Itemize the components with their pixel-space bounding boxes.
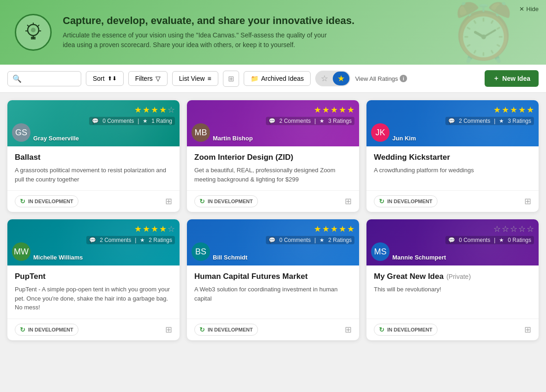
new-idea-label: New Idea bbox=[502, 75, 530, 82]
idea-card[interactable]: BS Bill Schmidt ★★★★★ 💬 0 Comments | ★ 2… bbox=[187, 219, 359, 340]
sort-button[interactable]: Sort ⬆⬇ bbox=[86, 71, 124, 86]
status-icon: ↻ bbox=[379, 198, 384, 205]
status-icon: ↻ bbox=[199, 198, 205, 205]
card-body: Wedding Kickstarter A crowdfunding platf… bbox=[366, 146, 539, 190]
idea-card[interactable]: MB Martin Bishop ★★★★★ 💬 2 Comments | ★ … bbox=[187, 100, 359, 212]
card-stats: 💬 2 Comments | ★ 3 Ratings bbox=[445, 117, 534, 125]
card-title: My Great New Idea(Private) bbox=[374, 272, 531, 281]
card-meta: ★★★★★ 💬 2 Comments | ★ 3 Ratings bbox=[445, 105, 534, 125]
comments-count: 0 Comments bbox=[102, 118, 134, 124]
card-meta: ★★★★☆ 💬 2 Comments | ★ 2 Ratings bbox=[86, 224, 175, 244]
sort-icon: ⬆⬇ bbox=[108, 75, 117, 82]
idea-card[interactable]: MS Mannie Schumpert ☆☆☆☆☆ 💬 0 Comments |… bbox=[366, 219, 539, 340]
private-badge: (Private) bbox=[446, 273, 471, 280]
idea-card[interactable]: JK Jun Kim ★★★★★ 💬 2 Comments | ★ 3 Rati… bbox=[366, 100, 539, 212]
comment-icon: 💬 bbox=[269, 237, 276, 243]
view-all-ratings-label: View All Ratings bbox=[355, 75, 398, 82]
search-wrap[interactable]: 🔍 bbox=[7, 71, 81, 86]
card-action-icon[interactable]: ⊞ bbox=[165, 325, 172, 335]
hide-button[interactable]: ✕ Hide bbox=[519, 6, 539, 12]
new-idea-button[interactable]: ＋ New Idea bbox=[485, 70, 539, 87]
card-meta: ★★★★★ 💬 0 Comments | ★ 2 Ratings bbox=[266, 224, 354, 244]
star-icon-small: ★ bbox=[143, 118, 148, 124]
filter-icon: ▽ bbox=[156, 75, 161, 82]
archive-icon: 📁 bbox=[251, 75, 258, 82]
ratings-count: 3 Ratings bbox=[328, 118, 352, 124]
list-view-button[interactable]: List View ≡ bbox=[172, 71, 218, 86]
archived-label: Archived Ideas bbox=[261, 75, 304, 82]
card-stats: 💬 2 Comments | ★ 3 Ratings bbox=[266, 117, 354, 125]
view-all-ratings[interactable]: View All Ratings i bbox=[355, 75, 407, 82]
status-badge: ↻ IN DEVELOPMENT bbox=[374, 324, 438, 336]
ratings-count: 1 Rating bbox=[151, 118, 172, 124]
card-stats: 💬 0 Comments | ★ 0 Ratings bbox=[445, 236, 534, 244]
grid-icon: ⊞ bbox=[228, 75, 234, 83]
star-icon-small: ★ bbox=[499, 237, 504, 243]
separator: | bbox=[314, 237, 316, 243]
card-title: Human Capital Futures Market bbox=[194, 272, 352, 281]
card-body: Human Capital Futures Market A Web3 solu… bbox=[187, 265, 359, 319]
ratings-count: 0 Ratings bbox=[508, 237, 531, 243]
toggle-rating-option[interactable]: ★ bbox=[333, 72, 349, 85]
star-icon-small: ★ bbox=[319, 118, 324, 124]
idea-card[interactable]: MW Michelle Williams ★★★★☆ 💬 2 Comments … bbox=[7, 219, 180, 340]
card-stats: 💬 0 Comments | ★ 1 Rating bbox=[89, 117, 175, 125]
status-label: IN DEVELOPMENT bbox=[208, 327, 253, 332]
card-stats: 💬 2 Comments | ★ 2 Ratings bbox=[86, 236, 175, 244]
comment-icon: 💬 bbox=[448, 237, 455, 243]
status-label: IN DEVELOPMENT bbox=[387, 327, 432, 332]
comments-count: 2 Comments bbox=[459, 118, 490, 124]
comments-count: 0 Comments bbox=[459, 237, 490, 243]
star-icon-small: ★ bbox=[499, 118, 504, 124]
card-body: Zoom Interior Design (ZID) Get a beautif… bbox=[187, 146, 359, 190]
comments-count: 2 Comments bbox=[279, 118, 311, 124]
status-icon: ↻ bbox=[199, 326, 205, 333]
card-action-icon[interactable]: ⊞ bbox=[345, 196, 352, 206]
card-footer: ↻ IN DEVELOPMENT ⊞ bbox=[187, 190, 359, 212]
grid-icon-button[interactable]: ⊞ bbox=[223, 71, 239, 87]
card-body: My Great New Idea(Private) This will be … bbox=[366, 265, 539, 319]
card-footer: ↻ IN DEVELOPMENT ⊞ bbox=[187, 319, 359, 340]
toolbar: 🔍 Sort ⬆⬇ Filters ▽ List View ≡ ⊞ 📁 Arch… bbox=[0, 65, 546, 93]
status-badge: ↻ IN DEVELOPMENT bbox=[194, 324, 258, 336]
card-header: BS Bill Schmidt ★★★★★ 💬 0 Comments | ★ 2… bbox=[187, 219, 359, 265]
svg-line-5 bbox=[38, 25, 39, 26]
card-header: MW Michelle Williams ★★★★☆ 💬 2 Comments … bbox=[7, 219, 180, 265]
cards-grid: GS Gray Somerville ★★★★☆ 💬 0 Comments | … bbox=[0, 93, 546, 348]
banner-bg-decoration: ⏰ bbox=[449, 0, 518, 65]
toggle-star-option[interactable]: ☆ bbox=[316, 72, 333, 85]
archived-ideas-button[interactable]: 📁 Archived Ideas bbox=[244, 71, 311, 86]
card-action-icon[interactable]: ⊞ bbox=[524, 325, 531, 335]
comment-icon: 💬 bbox=[448, 118, 455, 124]
filters-button[interactable]: Filters ▽ bbox=[128, 71, 168, 86]
banner-title: Capture, develop, evaluate, and share yo… bbox=[63, 15, 354, 27]
card-header: GS Gray Somerville ★★★★☆ 💬 0 Comments | … bbox=[7, 100, 180, 146]
star-icon-small: ★ bbox=[319, 237, 324, 243]
card-stats: 💬 0 Comments | ★ 2 Ratings bbox=[266, 236, 354, 244]
card-title: PupTent bbox=[15, 272, 172, 281]
search-input[interactable] bbox=[24, 75, 80, 82]
separator: | bbox=[314, 118, 316, 124]
comments-count: 0 Comments bbox=[279, 237, 311, 243]
card-footer: ↻ IN DEVELOPMENT ⊞ bbox=[366, 190, 539, 212]
card-header: JK Jun Kim ★★★★★ 💬 2 Comments | ★ 3 Rati… bbox=[366, 100, 539, 146]
card-description: PupTent - A simple pop-open tent in whic… bbox=[15, 285, 172, 312]
svg-line-7 bbox=[27, 25, 29, 26]
card-footer: ↻ IN DEVELOPMENT ⊞ bbox=[366, 319, 539, 340]
ratings-count: 2 Ratings bbox=[149, 237, 172, 243]
rating-toggle[interactable]: ☆ ★ bbox=[315, 71, 350, 86]
separator: | bbox=[494, 237, 495, 243]
card-body: PupTent PupTent - A simple pop-open tent… bbox=[7, 265, 180, 319]
card-header: MB Martin Bishop ★★★★★ 💬 2 Comments | ★ … bbox=[187, 100, 359, 146]
card-action-icon[interactable]: ⊞ bbox=[165, 196, 172, 206]
card-action-icon[interactable]: ⊞ bbox=[345, 325, 352, 335]
card-action-icon[interactable]: ⊞ bbox=[524, 196, 531, 206]
card-footer: ↻ IN DEVELOPMENT ⊞ bbox=[7, 190, 180, 212]
banner-icon bbox=[15, 14, 52, 51]
card-title: Ballast bbox=[15, 153, 172, 162]
info-icon: i bbox=[400, 75, 407, 82]
card-header: MS Mannie Schumpert ☆☆☆☆☆ 💬 0 Comments |… bbox=[366, 219, 539, 265]
comment-icon: 💬 bbox=[89, 237, 96, 243]
status-label: IN DEVELOPMENT bbox=[28, 327, 73, 332]
idea-card[interactable]: GS Gray Somerville ★★★★☆ 💬 0 Comments | … bbox=[7, 100, 180, 212]
